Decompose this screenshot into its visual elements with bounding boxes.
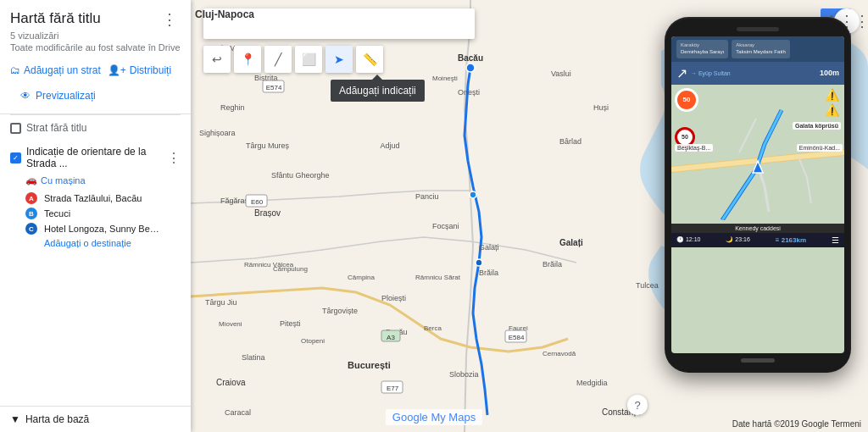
svg-text:Brăila: Brăila <box>542 260 562 269</box>
car-icon: 🚗 <box>25 174 37 186</box>
share-button[interactable]: 👤+ Distribuiți <box>108 61 171 80</box>
eye-icon: 👁 <box>20 90 31 102</box>
svg-text:Tulcea: Tulcea <box>636 281 659 290</box>
waypoint-dot-c: C <box>25 223 37 235</box>
svg-text:Panciu: Panciu <box>415 192 439 201</box>
svg-text:Sighișoara: Sighișoara <box>199 129 236 137</box>
nav-street-info: → Eyüp Sultan <box>691 70 816 76</box>
share-icon: 👤+ <box>108 64 126 76</box>
directions-button[interactable]: ➤ <box>326 46 353 73</box>
nav-eminonu-label: Eminönü-Kad... <box>797 144 843 152</box>
nav-dist-remaining: ≡ 2163km <box>776 236 806 244</box>
nav-speed-badge: 50 <box>675 88 698 112</box>
nav-arrival: 🌙 23:16 <box>726 236 749 243</box>
svg-text:Brașov: Brașov <box>254 208 281 218</box>
svg-text:Câmpulung: Câmpulung <box>273 265 308 273</box>
copyright-text: Date hartă ©2019 Google Termeni <box>732 419 861 429</box>
svg-text:Reghin: Reghin <box>220 103 245 112</box>
svg-text:Berca: Berca <box>424 324 442 332</box>
nav-arrow-icon: ↗ <box>676 65 687 81</box>
nav-besiktas-label: Beşiktaş-B... <box>675 144 713 152</box>
tooltip-text: Adăugați indicații <box>339 85 416 97</box>
nav-card-1: Karaköy Demirhayba Sarayı <box>676 40 728 58</box>
svg-text:Slobozia: Slobozia <box>449 370 479 379</box>
share-label: Distribuiți <box>130 64 171 76</box>
svg-text:Vaslui: Vaslui <box>551 69 571 78</box>
path-button[interactable]: ╱ <box>264 46 292 73</box>
nav-card-2: Aksaray Taksim Meydanı Fatih <box>732 40 789 58</box>
untitled-layer-row: Strat fără titlu <box>10 122 181 134</box>
svg-text:Cernavodă: Cernavodă <box>542 350 576 357</box>
marker-button[interactable]: 📍 <box>234 46 261 73</box>
untitled-layer-checkbox[interactable] <box>10 123 21 134</box>
nav-card1-sub: Demirhayba Sarayı <box>681 49 724 56</box>
nav-menu-icon[interactable]: ☰ <box>832 235 839 245</box>
svg-text:E584: E584 <box>509 334 525 341</box>
panel-views: 5 vizualizări <box>10 30 181 41</box>
svg-point-2 <box>466 64 475 72</box>
waypoint-a-text: Strada Tazlăului, Bacău <box>44 193 142 203</box>
phone-screen: Karaköy Demirhayba Sarayı Aksaray Taksim… <box>671 36 844 353</box>
svg-text:Făgăraș: Făgăraș <box>220 197 249 205</box>
svg-text:Adjud: Adjud <box>380 141 399 150</box>
base-map-label: Harta de bază <box>25 413 89 425</box>
svg-text:Medgidia: Medgidia <box>576 379 608 387</box>
svg-text:Brăila: Brăila <box>479 269 498 277</box>
svg-text:Târgu Jiu: Târgu Jiu <box>205 298 237 307</box>
directions-header: Indicație de orientare de la Strada ... … <box>10 146 181 169</box>
directions-menu-icon[interactable]: ⋮ <box>167 150 181 166</box>
layers-icon: 🗂 <box>10 64 20 76</box>
waypoint-b: B Tecuci <box>10 208 181 219</box>
nav-map-area: 50 50 ⚠️ ⚠️ Galata köprüsü Beşiktaş-B...… <box>671 85 844 224</box>
google-logo-text: Google <box>392 411 428 424</box>
nav-street-bottom: Kennedy caddesi <box>671 224 844 233</box>
phone-speaker <box>737 27 779 31</box>
svg-text:Caracal: Caracal <box>225 408 251 417</box>
svg-text:Craiova: Craiova <box>216 378 246 387</box>
ruler-button[interactable]: 📏 <box>356 46 383 73</box>
undo-button[interactable]: ↩ <box>203 46 231 73</box>
svg-text:Pitești: Pitești <box>280 319 301 328</box>
directions-checkbox[interactable] <box>10 152 21 163</box>
phone-outer: Karaköy Demirhayba Sarayı Aksaray Taksim… <box>665 17 851 373</box>
panel-actions: 🗂 Adăugați un strat 👤+ Distribuiți <box>10 61 181 86</box>
shape-button[interactable]: ⬜ <box>295 46 322 73</box>
svg-text:București: București <box>348 360 391 370</box>
transport-mode[interactable]: 🚗 Cu mașina <box>10 174 181 186</box>
base-map-title[interactable]: ▼ Harta de bază <box>10 413 181 425</box>
svg-text:Focșani: Focșani <box>432 222 459 230</box>
svg-text:Sfântu Gheorghe: Sfântu Gheorghe <box>271 171 330 180</box>
directions-check: Indicație de orientare de la Strada ... <box>10 146 167 169</box>
svg-point-8 <box>470 191 476 198</box>
svg-text:Moineşti: Moineşti <box>432 75 458 82</box>
svg-text:E574: E574 <box>266 84 282 91</box>
panel-title: Hartă fără titlu <box>10 10 101 27</box>
svg-text:Bârlad: Bârlad <box>559 137 581 146</box>
phone-home-bar <box>741 358 775 363</box>
map-toolbar: ↩ 📍 ╱ ⬜ ➤ 📏 <box>203 46 383 73</box>
nav-eyup-sultan: → Eyüp Sultan <box>691 70 816 76</box>
nav-card2-sub: Taksim Meydanı Fatih <box>736 49 785 56</box>
nav-warning-badge-2: ⚠️ <box>825 103 839 117</box>
help-button[interactable]: ? <box>627 395 648 415</box>
nav-top: Karaköy Demirhayba Sarayı Aksaray Taksim… <box>671 36 844 62</box>
svg-text:Târgu Mureș: Târgu Mureș <box>246 141 290 150</box>
waypoint-a: A Strada Tazlăului, Bacău <box>10 192 181 204</box>
nav-galata-label: Galata köprüsü <box>793 122 841 130</box>
add-layer-button[interactable]: 🗂 Adăugați un strat <box>10 61 101 80</box>
my-maps-text: My Maps <box>431 411 476 424</box>
panel-saved: Toate modificările au fost salvate în Dr… <box>10 42 181 53</box>
svg-text:Târgoviște: Târgoviște <box>322 307 358 315</box>
panel-menu-icon[interactable]: ⋮ <box>159 10 181 29</box>
nav-direction-bar: ↗ → Eyüp Sultan 100m <box>671 62 844 85</box>
tooltip: Adăugați indicații <box>331 80 425 102</box>
nav-card2-label: Aksaray <box>736 42 785 49</box>
directions-section: Indicație de orientare de la Strada ... … <box>0 141 191 406</box>
svg-text:Otopeni: Otopeni <box>301 337 325 345</box>
footer: Google My Maps <box>386 409 482 425</box>
add-destination[interactable]: Adăugați o destinație <box>10 238 181 248</box>
left-panel: Hartă fără titlu ⋮ 5 vizualizări Toate m… <box>0 0 191 432</box>
svg-point-9 <box>476 259 482 266</box>
panel-preview[interactable]: 👁 Previzualizați <box>10 86 181 108</box>
svg-text:Bacău: Bacău <box>458 53 483 63</box>
